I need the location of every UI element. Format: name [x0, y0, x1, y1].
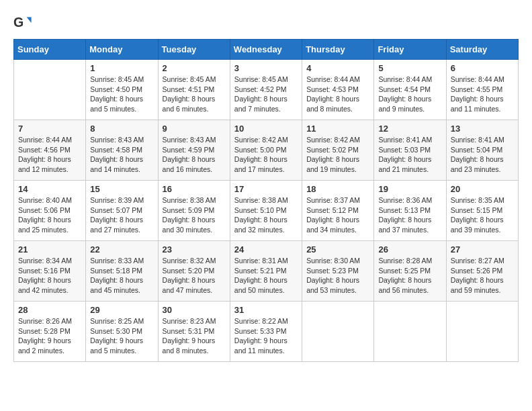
day-number: 29: [90, 305, 153, 315]
day-number: 24: [234, 244, 298, 255]
calendar-cell: 23Sunrise: 8:32 AMSunset: 5:20 PMDayligh…: [158, 241, 230, 302]
day-info: Sunrise: 8:25 AMSunset: 5:30 PMDaylight:…: [90, 316, 153, 356]
day-info: Sunrise: 8:41 AMSunset: 5:04 PMDaylight:…: [451, 135, 514, 175]
calendar-cell: 9Sunrise: 8:43 AMSunset: 4:59 PMDaylight…: [158, 120, 230, 181]
calendar-cell: 25Sunrise: 8:30 AMSunset: 5:23 PMDayligh…: [302, 241, 374, 302]
calendar-cell: 31Sunrise: 8:22 AMSunset: 5:33 PMDayligh…: [230, 302, 302, 362]
day-number: 11: [306, 124, 369, 134]
day-number: 15: [90, 184, 153, 194]
day-of-week-header: Sunday: [14, 40, 86, 60]
day-info: Sunrise: 8:44 AMSunset: 4:54 PMDaylight:…: [378, 75, 441, 114]
day-info: Sunrise: 8:31 AMSunset: 5:21 PMDaylight:…: [234, 256, 298, 295]
day-number: 10: [234, 124, 298, 134]
day-info: Sunrise: 8:40 AMSunset: 5:06 PMDaylight:…: [18, 195, 81, 235]
calendar-cell: 14Sunrise: 8:40 AMSunset: 5:06 PMDayligh…: [14, 181, 86, 241]
day-number: 2: [163, 63, 226, 73]
day-of-week-header: Saturday: [446, 40, 518, 60]
day-number: 9: [163, 124, 226, 134]
day-number: 17: [234, 184, 298, 194]
day-number: 28: [18, 305, 81, 315]
calendar-cell: 7Sunrise: 8:44 AMSunset: 4:56 PMDaylight…: [14, 120, 86, 181]
day-info: Sunrise: 8:22 AMSunset: 5:33 PMDaylight:…: [234, 316, 298, 356]
day-info: Sunrise: 8:33 AMSunset: 5:18 PMDaylight:…: [90, 256, 153, 295]
day-number: 23: [163, 244, 226, 255]
day-number: 1: [90, 63, 153, 73]
day-of-week-header: Monday: [86, 40, 158, 60]
day-info: Sunrise: 8:32 AMSunset: 5:20 PMDaylight:…: [163, 256, 226, 295]
calendar-cell: [302, 302, 374, 362]
day-of-week-header: Thursday: [302, 40, 374, 60]
calendar-cell: 29Sunrise: 8:25 AMSunset: 5:30 PMDayligh…: [86, 302, 158, 362]
day-of-week-header: Wednesday: [230, 40, 302, 60]
day-info: Sunrise: 8:45 AMSunset: 4:52 PMDaylight:…: [234, 75, 298, 114]
day-info: Sunrise: 8:44 AMSunset: 4:55 PMDaylight:…: [451, 75, 514, 114]
calendar-cell: 13Sunrise: 8:41 AMSunset: 5:04 PMDayligh…: [446, 120, 518, 181]
day-number: 13: [451, 124, 514, 134]
calendar-cell: 18Sunrise: 8:37 AMSunset: 5:12 PMDayligh…: [302, 181, 374, 241]
calendar-cell: 1Sunrise: 8:45 AMSunset: 4:50 PMDaylight…: [86, 60, 158, 120]
calendar-cell: 2Sunrise: 8:45 AMSunset: 4:51 PMDaylight…: [158, 60, 230, 120]
calendar-cell: 5Sunrise: 8:44 AMSunset: 4:54 PMDaylight…: [374, 60, 446, 120]
day-info: Sunrise: 8:44 AMSunset: 4:53 PMDaylight:…: [306, 75, 369, 114]
calendar-cell: 11Sunrise: 8:42 AMSunset: 5:02 PMDayligh…: [302, 120, 374, 181]
day-info: Sunrise: 8:28 AMSunset: 5:25 PMDaylight:…: [378, 256, 441, 295]
calendar-week-row: 14Sunrise: 8:40 AMSunset: 5:06 PMDayligh…: [14, 181, 519, 241]
day-info: Sunrise: 8:43 AMSunset: 4:58 PMDaylight:…: [90, 135, 153, 175]
calendar-cell: 27Sunrise: 8:27 AMSunset: 5:26 PMDayligh…: [446, 241, 518, 302]
calendar-cell: 17Sunrise: 8:38 AMSunset: 5:10 PMDayligh…: [230, 181, 302, 241]
day-number: 30: [163, 305, 226, 315]
day-number: 16: [163, 184, 226, 194]
calendar-week-row: 21Sunrise: 8:34 AMSunset: 5:16 PMDayligh…: [14, 241, 519, 302]
svg-marker-1: [27, 17, 32, 23]
calendar-week-row: 28Sunrise: 8:26 AMSunset: 5:28 PMDayligh…: [14, 302, 519, 362]
calendar-cell: 28Sunrise: 8:26 AMSunset: 5:28 PMDayligh…: [14, 302, 86, 362]
day-number: 22: [90, 244, 153, 255]
day-number: 18: [306, 184, 369, 194]
day-number: 12: [378, 124, 441, 134]
day-of-week-header: Friday: [374, 40, 446, 60]
page-header: G: [13, 13, 519, 32]
day-number: 19: [378, 184, 441, 194]
logo-icon: G: [13, 13, 32, 32]
day-number: 3: [234, 63, 298, 73]
calendar-cell: 4Sunrise: 8:44 AMSunset: 4:53 PMDaylight…: [302, 60, 374, 120]
day-number: 6: [451, 63, 514, 73]
calendar-cell: 6Sunrise: 8:44 AMSunset: 4:55 PMDaylight…: [446, 60, 518, 120]
day-number: 5: [378, 63, 441, 73]
day-info: Sunrise: 8:42 AMSunset: 5:02 PMDaylight:…: [306, 135, 369, 175]
day-number: 25: [306, 244, 369, 255]
calendar-cell: 8Sunrise: 8:43 AMSunset: 4:58 PMDaylight…: [86, 120, 158, 181]
calendar-cell: 21Sunrise: 8:34 AMSunset: 5:16 PMDayligh…: [14, 241, 86, 302]
day-number: 14: [18, 184, 81, 194]
calendar-week-row: 7Sunrise: 8:44 AMSunset: 4:56 PMDaylight…: [14, 120, 519, 181]
day-number: 20: [451, 184, 514, 194]
day-info: Sunrise: 8:34 AMSunset: 5:16 PMDaylight:…: [18, 256, 81, 295]
day-info: Sunrise: 8:41 AMSunset: 5:03 PMDaylight:…: [378, 135, 441, 175]
calendar-cell: 10Sunrise: 8:42 AMSunset: 5:00 PMDayligh…: [230, 120, 302, 181]
day-number: 31: [234, 305, 298, 315]
calendar-cell: 26Sunrise: 8:28 AMSunset: 5:25 PMDayligh…: [374, 241, 446, 302]
calendar-cell: 20Sunrise: 8:35 AMSunset: 5:15 PMDayligh…: [446, 181, 518, 241]
calendar-week-row: 1Sunrise: 8:45 AMSunset: 4:50 PMDaylight…: [14, 60, 519, 120]
day-info: Sunrise: 8:35 AMSunset: 5:15 PMDaylight:…: [451, 195, 514, 235]
day-number: 8: [90, 124, 153, 134]
logo: G: [13, 13, 35, 32]
day-info: Sunrise: 8:30 AMSunset: 5:23 PMDaylight:…: [306, 256, 369, 295]
day-info: Sunrise: 8:23 AMSunset: 5:31 PMDaylight:…: [163, 316, 226, 356]
day-info: Sunrise: 8:45 AMSunset: 4:51 PMDaylight:…: [163, 75, 226, 114]
day-number: 21: [18, 244, 81, 255]
calendar-cell: [14, 60, 86, 120]
calendar-cell: 22Sunrise: 8:33 AMSunset: 5:18 PMDayligh…: [86, 241, 158, 302]
calendar-cell: 30Sunrise: 8:23 AMSunset: 5:31 PMDayligh…: [158, 302, 230, 362]
day-info: Sunrise: 8:27 AMSunset: 5:26 PMDaylight:…: [451, 256, 514, 295]
day-number: 27: [451, 244, 514, 255]
calendar-header-row: SundayMondayTuesdayWednesdayThursdayFrid…: [14, 40, 519, 60]
day-info: Sunrise: 8:26 AMSunset: 5:28 PMDaylight:…: [18, 316, 81, 356]
day-info: Sunrise: 8:37 AMSunset: 5:12 PMDaylight:…: [306, 195, 369, 235]
calendar-cell: 24Sunrise: 8:31 AMSunset: 5:21 PMDayligh…: [230, 241, 302, 302]
day-info: Sunrise: 8:39 AMSunset: 5:07 PMDaylight:…: [90, 195, 153, 235]
calendar-table: SundayMondayTuesdayWednesdayThursdayFrid…: [13, 39, 519, 362]
day-info: Sunrise: 8:38 AMSunset: 5:10 PMDaylight:…: [234, 195, 298, 235]
day-of-week-header: Tuesday: [158, 40, 230, 60]
day-number: 4: [306, 63, 369, 73]
